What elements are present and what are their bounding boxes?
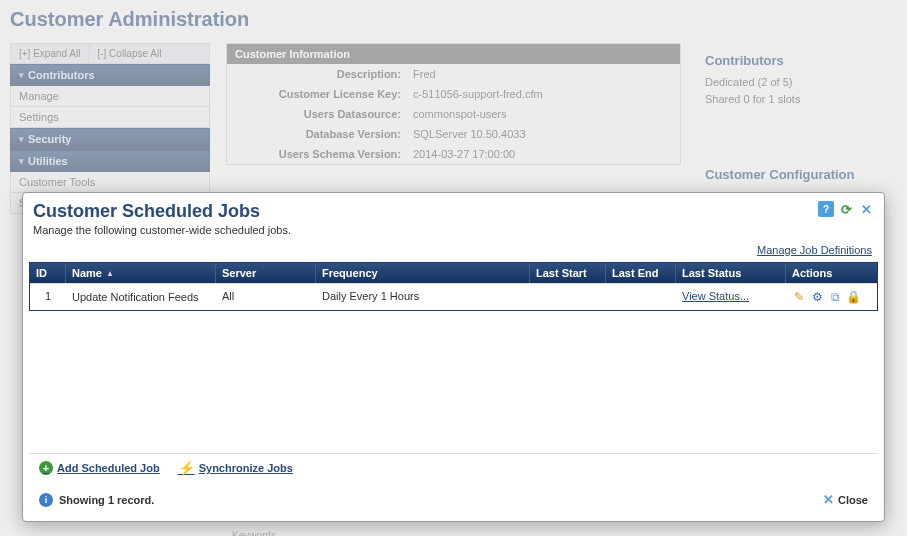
scheduled-jobs-modal: Customer Scheduled Jobs ? ⟳ ✕ Manage the… <box>22 192 885 522</box>
jobs-grid: ID Name ▲ Server Frequency Last Start La… <box>29 262 878 311</box>
refresh-icon[interactable]: ⟳ <box>838 201 854 217</box>
status-left: i Showing 1 record. <box>39 493 154 507</box>
modal-header: Customer Scheduled Jobs ? ⟳ ✕ <box>23 193 884 224</box>
synchronize-jobs-button[interactable]: ⚡ Synchronize Jobs <box>178 460 293 476</box>
modal-title: Customer Scheduled Jobs <box>33 201 260 222</box>
close-button[interactable]: ✕ Close <box>823 492 868 507</box>
help-icon[interactable]: ? <box>818 201 834 217</box>
cell-last-status: View Status... <box>676 284 786 310</box>
manage-defs-row: Manage Job Definitions <box>23 242 884 262</box>
modal-header-icons: ? ⟳ ✕ <box>818 201 874 217</box>
close-icon[interactable]: ✕ <box>858 201 874 217</box>
cell-server: All <box>216 284 316 310</box>
close-label: Close <box>838 494 868 506</box>
sort-asc-icon: ▲ <box>106 269 114 278</box>
lock-icon[interactable]: 🔒 <box>846 290 860 304</box>
manage-job-definitions-link[interactable]: Manage Job Definitions <box>757 244 872 256</box>
synchronize-jobs-label: Synchronize Jobs <box>199 462 293 474</box>
cell-last-end <box>606 284 676 310</box>
edit-icon[interactable]: ✎ <box>792 290 806 304</box>
modal-subtitle: Manage the following customer-wide sched… <box>23 224 884 242</box>
modal-footer-links: + Add Scheduled Job ⚡ Synchronize Jobs <box>29 453 878 482</box>
copy-icon[interactable]: ⧉ <box>828 290 842 304</box>
table-row: 1 Update Notification Feeds All Daily Ev… <box>30 283 877 310</box>
bolt-icon: ⚡ <box>178 460 195 476</box>
col-header-frequency[interactable]: Frequency <box>316 263 530 283</box>
gear-icon[interactable]: ⚙ <box>810 290 824 304</box>
cell-id: 1 <box>30 284 66 310</box>
col-header-name[interactable]: Name ▲ <box>66 263 216 283</box>
cell-name: Update Notification Feeds <box>66 284 216 310</box>
cell-actions: ✎ ⚙ ⧉ 🔒 <box>786 284 877 310</box>
col-header-last-start[interactable]: Last Start <box>530 263 606 283</box>
col-header-last-status[interactable]: Last Status <box>676 263 786 283</box>
add-scheduled-job-button[interactable]: + Add Scheduled Job <box>39 461 160 475</box>
add-scheduled-job-label: Add Scheduled Job <box>57 462 160 474</box>
cell-last-start <box>530 284 606 310</box>
col-header-last-end[interactable]: Last End <box>606 263 676 283</box>
col-header-actions: Actions <box>786 263 877 283</box>
col-header-server[interactable]: Server <box>216 263 316 283</box>
grid-header: ID Name ▲ Server Frequency Last Start La… <box>30 263 877 283</box>
close-x-icon: ✕ <box>823 492 834 507</box>
status-text: Showing 1 record. <box>59 494 154 506</box>
col-header-id[interactable]: ID <box>30 263 66 283</box>
cell-frequency: Daily Every 1 Hours <box>316 284 530 310</box>
col-header-name-label: Name <box>72 267 102 279</box>
info-icon: i <box>39 493 53 507</box>
modal-footer-status: i Showing 1 record. ✕ Close <box>29 484 878 515</box>
modal-spacer <box>23 311 884 453</box>
plus-icon: + <box>39 461 53 475</box>
view-status-link[interactable]: View Status... <box>682 290 749 302</box>
